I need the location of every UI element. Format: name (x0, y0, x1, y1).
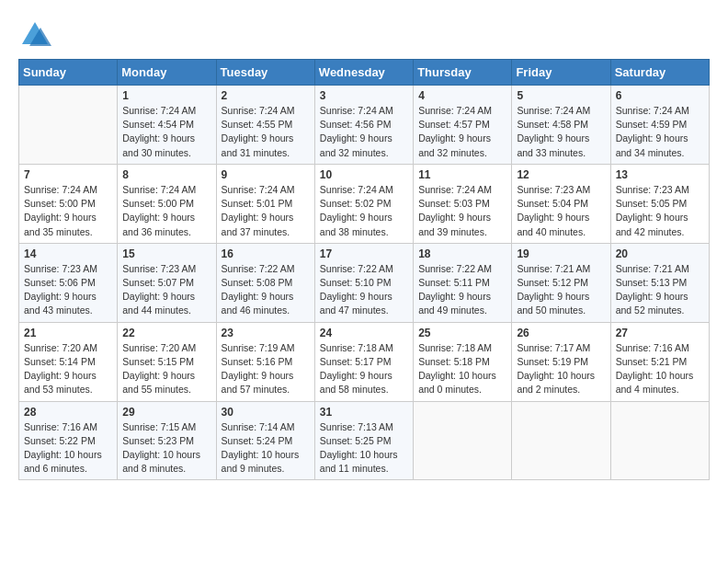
day-info: Sunrise: 7:24 AM Sunset: 5:02 PM Dayligh… (320, 183, 408, 239)
sunset-text: Sunset: 5:03 PM (418, 198, 490, 209)
day-number: 23 (222, 327, 310, 339)
day-info: Sunrise: 7:16 AM Sunset: 5:22 PM Dayligh… (24, 420, 112, 477)
daylight-text: Daylight: 9 hours and 36 minutes. (122, 212, 195, 236)
daylight-text: Daylight: 9 hours and 30 minutes. (122, 132, 195, 157)
sunset-text: Sunset: 5:23 PM (122, 435, 194, 446)
sunset-text: Sunset: 4:54 PM (122, 119, 194, 130)
sunset-text: Sunset: 5:07 PM (122, 277, 194, 288)
day-info: Sunrise: 7:24 AM Sunset: 4:54 PM Dayligh… (122, 104, 210, 160)
sunset-text: Sunset: 5:16 PM (222, 356, 293, 367)
day-info: Sunrise: 7:18 AM Sunset: 5:17 PM Dayligh… (320, 341, 408, 397)
sunset-text: Sunset: 5:01 PM (222, 198, 293, 209)
day-info: Sunrise: 7:20 AM Sunset: 5:15 PM Dayligh… (122, 341, 210, 397)
daylight-text: Daylight: 9 hours and 46 minutes. (222, 291, 294, 316)
sunrise-text: Sunrise: 7:21 AM (517, 263, 590, 274)
day-number: 19 (517, 247, 605, 260)
day-number: 31 (320, 406, 408, 419)
day-number: 4 (418, 89, 506, 102)
day-number: 28 (24, 406, 112, 419)
day-of-week-header: Saturday (610, 60, 709, 86)
sunset-text: Sunset: 4:59 PM (616, 119, 688, 130)
day-number: 20 (616, 247, 704, 260)
calendar-cell: 22 Sunrise: 7:20 AM Sunset: 5:15 PM Dayl… (118, 322, 216, 401)
calendar-cell: 9 Sunrise: 7:24 AM Sunset: 5:01 PM Dayli… (216, 164, 314, 243)
day-number: 6 (616, 89, 704, 102)
sunset-text: Sunset: 5:04 PM (517, 198, 588, 209)
calendar-cell: 20 Sunrise: 7:21 AM Sunset: 5:13 PM Dayl… (610, 243, 709, 322)
calendar-week-row: 28 Sunrise: 7:16 AM Sunset: 5:22 PM Dayl… (19, 401, 710, 480)
day-of-week-header: Thursday (414, 60, 512, 86)
day-number: 9 (222, 168, 310, 181)
calendar-cell: 2 Sunrise: 7:24 AM Sunset: 4:55 PM Dayli… (216, 86, 314, 165)
day-info: Sunrise: 7:21 AM Sunset: 5:13 PM Dayligh… (616, 262, 704, 318)
day-info: Sunrise: 7:13 AM Sunset: 5:25 PM Dayligh… (320, 420, 408, 477)
day-info: Sunrise: 7:24 AM Sunset: 5:00 PM Dayligh… (24, 183, 112, 239)
sunset-text: Sunset: 5:11 PM (418, 277, 490, 288)
sunrise-text: Sunrise: 7:16 AM (24, 421, 97, 432)
sunrise-text: Sunrise: 7:24 AM (320, 105, 393, 116)
sunrise-text: Sunrise: 7:15 AM (122, 421, 196, 432)
calendar-cell: 25 Sunrise: 7:18 AM Sunset: 5:18 PM Dayl… (414, 322, 512, 401)
calendar-week-row: 1 Sunrise: 7:24 AM Sunset: 4:54 PM Dayli… (19, 86, 710, 165)
sunset-text: Sunset: 5:21 PM (616, 356, 688, 367)
day-info: Sunrise: 7:23 AM Sunset: 5:04 PM Dayligh… (517, 183, 605, 239)
day-info: Sunrise: 7:24 AM Sunset: 4:59 PM Dayligh… (616, 104, 704, 160)
sunrise-text: Sunrise: 7:24 AM (616, 105, 689, 116)
day-info: Sunrise: 7:23 AM Sunset: 5:06 PM Dayligh… (24, 262, 112, 318)
day-number: 17 (320, 247, 408, 260)
sunrise-text: Sunrise: 7:24 AM (418, 105, 492, 116)
sunset-text: Sunset: 4:57 PM (418, 119, 490, 130)
day-number: 13 (616, 168, 704, 181)
sunset-text: Sunset: 5:05 PM (616, 198, 688, 209)
sunset-text: Sunset: 5:24 PM (222, 435, 293, 446)
sunrise-text: Sunrise: 7:23 AM (24, 263, 97, 274)
sunrise-text: Sunrise: 7:13 AM (320, 421, 393, 432)
sunset-text: Sunset: 5:18 PM (418, 356, 490, 367)
day-info: Sunrise: 7:18 AM Sunset: 5:18 PM Dayligh… (418, 341, 506, 397)
daylight-text: Daylight: 9 hours and 35 minutes. (24, 212, 97, 236)
sunrise-text: Sunrise: 7:23 AM (616, 184, 689, 195)
daylight-text: Daylight: 10 hours and 2 minutes. (517, 370, 595, 395)
sunrise-text: Sunrise: 7:24 AM (24, 184, 97, 195)
daylight-text: Daylight: 10 hours and 4 minutes. (616, 370, 694, 395)
daylight-text: Daylight: 9 hours and 44 minutes. (122, 291, 195, 316)
sunrise-text: Sunrise: 7:14 AM (222, 421, 295, 432)
sunrise-text: Sunrise: 7:21 AM (616, 263, 689, 274)
day-number: 22 (122, 327, 210, 339)
day-number: 29 (122, 406, 210, 419)
day-info: Sunrise: 7:19 AM Sunset: 5:16 PM Dayligh… (222, 341, 310, 397)
sunrise-text: Sunrise: 7:18 AM (320, 342, 393, 353)
sunrise-text: Sunrise: 7:24 AM (222, 105, 295, 116)
day-info: Sunrise: 7:23 AM Sunset: 5:07 PM Dayligh… (122, 262, 210, 318)
sunset-text: Sunset: 5:14 PM (24, 356, 96, 367)
day-of-week-header: Sunday (19, 60, 118, 86)
daylight-text: Daylight: 9 hours and 39 minutes. (418, 212, 491, 236)
calendar-cell: 10 Sunrise: 7:24 AM Sunset: 5:02 PM Dayl… (314, 164, 413, 243)
calendar-cell: 21 Sunrise: 7:20 AM Sunset: 5:14 PM Dayl… (19, 322, 118, 401)
daylight-text: Daylight: 9 hours and 43 minutes. (24, 291, 97, 316)
sunset-text: Sunset: 5:00 PM (122, 198, 194, 209)
calendar-cell: 30 Sunrise: 7:14 AM Sunset: 5:24 PM Dayl… (216, 401, 314, 480)
day-info: Sunrise: 7:24 AM Sunset: 4:58 PM Dayligh… (517, 104, 605, 160)
day-of-week-header: Tuesday (216, 60, 314, 86)
calendar-cell: 15 Sunrise: 7:23 AM Sunset: 5:07 PM Dayl… (118, 243, 216, 322)
sunset-text: Sunset: 5:06 PM (24, 277, 96, 288)
sunset-text: Sunset: 5:13 PM (616, 277, 688, 288)
calendar-cell: 17 Sunrise: 7:22 AM Sunset: 5:10 PM Dayl… (314, 243, 413, 322)
sunset-text: Sunset: 5:10 PM (320, 277, 392, 288)
daylight-text: Daylight: 9 hours and 57 minutes. (222, 370, 294, 395)
calendar-cell: 18 Sunrise: 7:22 AM Sunset: 5:11 PM Dayl… (414, 243, 512, 322)
sunrise-text: Sunrise: 7:24 AM (122, 184, 196, 195)
calendar-cell: 24 Sunrise: 7:18 AM Sunset: 5:17 PM Dayl… (314, 322, 413, 401)
sunrise-text: Sunrise: 7:17 AM (517, 342, 590, 353)
calendar-cell: 4 Sunrise: 7:24 AM Sunset: 4:57 PM Dayli… (414, 86, 512, 165)
day-number: 8 (122, 168, 210, 181)
sunset-text: Sunset: 5:19 PM (517, 356, 588, 367)
day-info: Sunrise: 7:21 AM Sunset: 5:12 PM Dayligh… (517, 262, 605, 318)
day-number: 27 (616, 327, 704, 339)
calendar-cell: 13 Sunrise: 7:23 AM Sunset: 5:05 PM Dayl… (610, 164, 709, 243)
day-number: 26 (517, 327, 605, 339)
day-info: Sunrise: 7:14 AM Sunset: 5:24 PM Dayligh… (222, 420, 310, 477)
daylight-text: Daylight: 10 hours and 8 minutes. (122, 449, 200, 474)
day-number: 11 (418, 168, 506, 181)
